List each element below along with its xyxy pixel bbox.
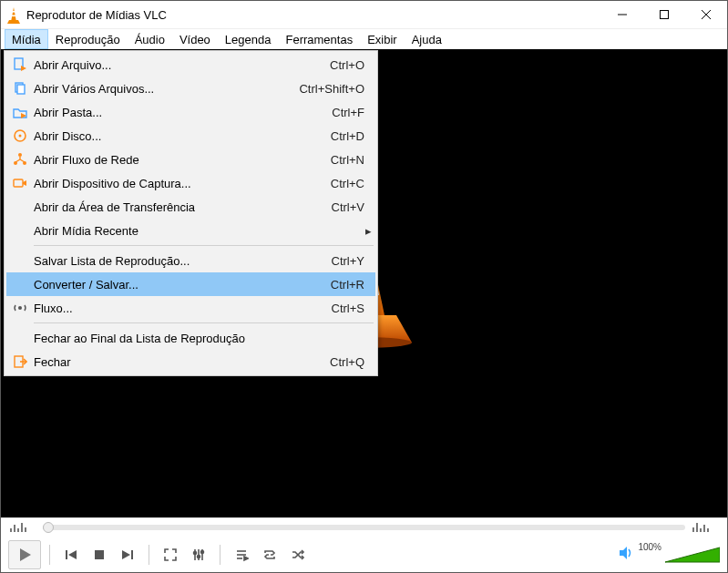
svg-point-37 xyxy=(19,135,22,138)
menu-separator xyxy=(34,245,374,246)
separator xyxy=(149,545,149,565)
svg-rect-5 xyxy=(661,11,669,19)
svg-rect-14 xyxy=(66,550,67,559)
menu-item-label: Fluxo... xyxy=(34,302,332,315)
media-menu-dropdown: Abrir Arquivo...Ctrl+OAbrir Vários Arqui… xyxy=(4,50,378,376)
extended-settings-button[interactable] xyxy=(186,542,211,568)
elapsed-indicator-icon xyxy=(10,523,36,532)
blank-icon xyxy=(10,198,30,216)
volume-slider[interactable] xyxy=(665,546,720,564)
fullscreen-button[interactable] xyxy=(158,542,183,568)
menu-ferramentas[interactable]: Ferramentas xyxy=(278,29,360,49)
svg-marker-28 xyxy=(244,557,248,560)
svg-point-22 xyxy=(194,551,197,554)
menu-audio[interactable]: Áudio xyxy=(128,29,172,49)
stop-button[interactable] xyxy=(87,542,112,568)
menu-item-shortcut: Ctrl+F xyxy=(332,106,372,119)
minimize-button[interactable] xyxy=(601,1,643,29)
svg-marker-3 xyxy=(7,20,20,24)
menu-legenda[interactable]: Legenda xyxy=(218,29,279,49)
svg-rect-17 xyxy=(131,550,133,559)
menu-item-abrir-dispositivo-de-captura[interactable]: Abrir Dispositivo de Captura...Ctrl+C xyxy=(6,171,375,195)
svg-marker-32 xyxy=(21,66,26,71)
menu-item-shortcut: Ctrl+R xyxy=(331,278,372,292)
submenu-arrow-icon: ▸ xyxy=(363,224,372,238)
quit-icon xyxy=(10,353,30,371)
menu-item-label: Abrir Dispositivo de Captura... xyxy=(34,177,331,190)
menu-item-shortcut: Ctrl+S xyxy=(332,302,372,315)
svg-marker-30 xyxy=(665,547,720,562)
playlist-button[interactable] xyxy=(229,542,254,568)
files-icon xyxy=(10,79,30,97)
menu-item-label: Abrir Pasta... xyxy=(34,106,332,119)
seek-slider[interactable] xyxy=(43,525,685,530)
svg-marker-29 xyxy=(620,547,627,559)
menu-item-abrir-pasta[interactable]: Abrir Pasta...Ctrl+F xyxy=(6,100,375,124)
svg-marker-13 xyxy=(20,548,31,561)
stream-icon xyxy=(10,299,30,317)
shuffle-button[interactable] xyxy=(285,542,311,568)
svg-rect-2 xyxy=(11,15,16,17)
speaker-icon[interactable] xyxy=(618,545,634,564)
disc-icon xyxy=(10,127,30,145)
window-title: Reprodutor de Mídias VLC xyxy=(26,8,167,22)
bottom-controls: 100% xyxy=(1,517,727,572)
separator xyxy=(220,545,220,565)
app-window: Reprodutor de Mídias VLC MídiaReprodução… xyxy=(0,0,728,573)
next-button[interactable] xyxy=(115,542,140,568)
svg-marker-0 xyxy=(11,7,15,20)
play-button[interactable] xyxy=(8,540,41,569)
menu-separator xyxy=(34,322,374,323)
menu-item-salvar-lista-de-reproduc-a-o[interactable]: Salvar Lista de Reprodução...Ctrl+Y xyxy=(6,249,375,272)
menu-item-label: Abrir Arquivo... xyxy=(34,58,330,72)
svg-point-38 xyxy=(18,153,22,157)
menu-midia[interactable]: Mídia xyxy=(5,29,48,49)
network-icon xyxy=(10,150,30,169)
menu-exibir[interactable]: Exibir xyxy=(360,29,405,49)
seek-bar-row xyxy=(1,518,727,537)
menu-item-fechar[interactable]: FecharCtrl+Q xyxy=(6,350,375,373)
svg-marker-18 xyxy=(122,550,130,559)
volume-percent: 100% xyxy=(638,542,661,552)
svg-rect-1 xyxy=(12,11,15,13)
svg-point-43 xyxy=(18,306,22,310)
svg-rect-34 xyxy=(17,85,25,94)
menu-item-shortcut: Ctrl+Shift+O xyxy=(299,82,372,96)
blank-icon xyxy=(10,221,30,240)
menu-item-abrir-da-a-rea-de-transfere-ncia[interactable]: Abrir da Área de TransferênciaCtrl+V xyxy=(6,195,375,219)
menu-item-abrir-mi-dia-recente[interactable]: Abrir Mídia Recente▸ xyxy=(6,219,375,242)
menu-item-label: Fechar xyxy=(34,355,330,369)
menu-item-fechar-ao-final-da-lista-de-reproduc-a-o[interactable]: Fechar ao Final da Lista de Reprodução xyxy=(6,326,375,350)
menu-item-abrir-va-rios-arquivos[interactable]: Abrir Vários Arquivos...Ctrl+Shift+O xyxy=(6,77,375,100)
menu-item-converter-salvar[interactable]: Converter / Salvar...Ctrl+R xyxy=(6,272,375,296)
menu-item-label: Abrir da Área de Transferência xyxy=(34,200,332,214)
menu-item-abrir-arquivo[interactable]: Abrir Arquivo...Ctrl+O xyxy=(6,53,375,77)
menu-item-abrir-disco[interactable]: Abrir Disco...Ctrl+D xyxy=(6,124,375,148)
menu-item-label: Converter / Salvar... xyxy=(34,278,331,292)
vlc-cone-icon xyxy=(6,7,21,22)
blank-icon xyxy=(10,251,30,270)
menu-item-shortcut: Ctrl+O xyxy=(330,58,372,72)
menubar: MídiaReproduçãoÁudioVídeoLegendaFerramen… xyxy=(1,29,727,49)
menu-item-label: Abrir Vários Arquivos... xyxy=(34,82,299,96)
svg-point-24 xyxy=(201,550,204,553)
menu-item-label: Salvar Lista de Reprodução... xyxy=(34,254,332,268)
menu-item-fluxo[interactable]: Fluxo...Ctrl+S xyxy=(6,296,375,320)
menu-video[interactable]: Vídeo xyxy=(172,29,218,49)
folder-play-icon xyxy=(10,103,30,121)
svg-point-23 xyxy=(198,555,200,558)
close-button[interactable] xyxy=(685,1,727,29)
menu-reproducao[interactable]: Reprodução xyxy=(48,29,128,49)
loop-button[interactable] xyxy=(257,542,282,568)
menu-item-label: Fechar ao Final da Lista de Reprodução xyxy=(34,332,372,345)
blank-icon xyxy=(10,275,30,293)
maximize-button[interactable] xyxy=(643,1,685,29)
menu-item-shortcut: Ctrl+Y xyxy=(332,254,372,268)
previous-button[interactable] xyxy=(58,542,84,568)
separator xyxy=(49,545,50,565)
menu-item-abrir-fluxo-de-rede[interactable]: Abrir Fluxo de RedeCtrl+N xyxy=(6,148,375,171)
menu-item-shortcut: Ctrl+C xyxy=(331,177,372,190)
menu-item-label: Abrir Fluxo de Rede xyxy=(34,153,331,167)
svg-marker-15 xyxy=(68,550,77,559)
menu-ajuda[interactable]: Ajuda xyxy=(405,29,449,49)
